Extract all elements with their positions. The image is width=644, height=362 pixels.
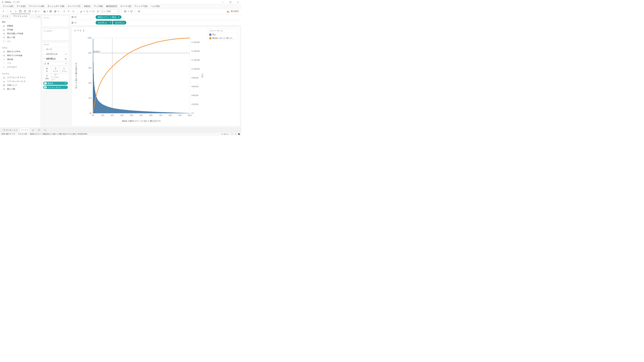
presentation-button[interactable] [129,9,134,14]
tableau-home-button[interactable] [1,9,6,14]
caret-icon[interactable]: ▾ [84,9,85,14]
share-button[interactable] [136,9,141,14]
mark-type-dropdown[interactable]: 棒▼ [43,62,68,65]
analytics-box-plot[interactable]: 箱ヒゲ図 [2,35,39,39]
new-worksheet-button[interactable] [42,9,47,14]
menu-file[interactable]: ファイル(F) [1,4,15,8]
sheet-title[interactable]: シート 1 [74,29,206,33]
menu-map[interactable]: マップ(M) [92,4,104,8]
fit-dropdown[interactable]: ビュー全体▼ [100,9,120,13]
color-pill-measure-names[interactable]: メジャー ネーム [43,86,68,89]
rows-shelf[interactable]: 行 合計(売上)Δ 合計(売上) [70,20,242,25]
chart-canvas[interactable]: 0%20%40%60%80%100%￥0￥200,000￥400,000￥600… [74,33,206,124]
group-button[interactable] [85,9,90,14]
sort-desc-button[interactable] [71,9,76,14]
caret-icon[interactable]: ▾ [38,9,40,14]
svg-point-119 [44,87,45,87]
marks-color[interactable]: 色 [43,66,51,73]
duplicate-button[interactable] [48,9,53,14]
view-full-icon[interactable] [238,133,240,135]
clear-sheet-button[interactable] [53,9,58,14]
caret-icon[interactable]: ▾ [128,9,129,14]
analytics-ci-mean[interactable]: 95% CI の平均 [2,50,39,54]
new-dashboard-tab[interactable]: + [36,128,42,132]
columns-shelf[interactable]: 列 個別のカウント(製品.. Δ [70,14,242,20]
view-list-icon[interactable] [234,133,237,135]
marks-all[interactable]: ⌵すべて [42,47,69,52]
svg-rect-118 [65,83,66,84]
sort-asc-button[interactable] [66,9,71,14]
menu-dashboard[interactable]: ダッシュボード(B) [46,4,66,8]
columns-pill[interactable]: 個別のカウント(製品.. Δ [96,15,122,19]
refresh-button[interactable] [33,9,38,14]
show-me-button[interactable]: 表示形式 [225,10,240,13]
analytics-constant-line[interactable]: 定数線 [2,24,39,28]
highlight-button[interactable] [79,9,84,14]
new-story-tab[interactable]: + [42,128,48,132]
marks-tooltip[interactable]: ツールヒント [52,74,60,81]
filters-shelf[interactable]: フィルター [42,28,69,40]
caret-icon[interactable]: ▾ [58,9,59,14]
svg-rect-124 [72,16,73,18]
marks-size[interactable]: サイズ [52,66,60,73]
svg-rect-112 [54,74,56,75]
menu-data[interactable]: データ(D) [15,4,27,8]
menu-analysis[interactable]: 分析(A) [82,4,92,8]
view-grid-icon[interactable] [231,133,234,135]
new-datasource-button[interactable] [23,9,27,14]
svg-rect-56 [4,26,5,27]
analytics-trend-line[interactable]: 傾向線 [2,57,39,61]
autosave-button[interactable] [27,9,32,14]
pages-shelf[interactable]: ページ [42,15,69,27]
tab-datasource[interactable]: データ ソース [1,128,19,132]
svg-point-101 [47,68,48,68]
menu-worksheet[interactable]: ワークシート(W) [27,4,46,8]
menu-window[interactable]: ウィンドウ(N) [133,4,149,8]
legend[interactable]: メジャー ネーム 売上 製品名 に沿った 売上 の .. [208,29,238,40]
analytics-median-quartiles[interactable]: 四分位数と中央値 [2,32,39,35]
menu-server[interactable]: サーバー(S) [119,4,133,8]
analytics-average-line[interactable]: 平均線 [2,28,39,32]
tab-data[interactable]: データ [0,14,11,19]
marks-sum-active[interactable]: ⌃合計(売上) [42,56,69,61]
caret-icon[interactable]: ▾ [90,9,91,14]
legend-item-sales[interactable]: 売上 [208,33,238,36]
svg-text:0%: 0% [92,114,94,116]
menu-format[interactable]: 書式設定(O) [104,4,119,8]
menu-story[interactable]: ストーリー(T) [66,4,82,8]
swap-button[interactable] [62,9,66,14]
legend-item-running[interactable]: 製品名 に沿った 売上 の .. [208,36,238,40]
caret-icon[interactable]: ▾ [47,9,48,14]
marks-detail[interactable]: 詳細 [43,74,51,81]
show-labels-button[interactable]: T [91,9,96,14]
side-collapse-button[interactable] [36,14,41,19]
analytics-ci-median[interactable]: 95% CI の中央値 [2,54,39,57]
analytics-distribution-band[interactable]: 分布バンド [2,83,39,87]
rows-pill-1[interactable]: 合計(売上)Δ [96,21,112,24]
show-cards-button[interactable] [123,9,128,14]
caret-icon[interactable]: ▾ [32,9,33,14]
marks-sum-delta[interactable]: ⌵合計(売上) Δ [42,52,69,56]
svg-rect-11 [230,1,231,3]
menu-help[interactable]: ヘルプ(H) [149,4,161,8]
rows-pill-2[interactable]: 合計(売上) [113,21,126,24]
analytics-cluster[interactable]: クラスター [2,65,39,69]
window-minimize-button[interactable] [219,0,227,4]
analytics-box-plot-custom[interactable]: 箱ヒゲ図 [2,87,39,91]
tab-sheet1[interactable]: シート 1 [19,128,30,132]
svg-point-122 [45,87,46,88]
svg-point-184 [3,129,5,130]
marks-label[interactable]: Tラベル [60,66,68,73]
new-worksheet-tab[interactable]: + [30,128,36,132]
undo-button[interactable] [8,9,13,14]
tab-analytics[interactable]: アナリティクス [11,14,30,19]
window-maximize-button[interactable] [227,0,234,4]
pin-button[interactable] [96,9,100,14]
analytics-reference-band[interactable]: リファレンス バンド [2,79,39,83]
detail-pill-product[interactable]: 製品名 [43,82,68,85]
window-close-button[interactable] [234,0,242,4]
redo-button[interactable] [13,9,18,14]
save-button[interactable] [18,9,23,14]
status-nav[interactable]: ⏮◀▶⏭ [221,133,229,135]
analytics-reference-line[interactable]: リファレンス ライン [2,76,39,79]
